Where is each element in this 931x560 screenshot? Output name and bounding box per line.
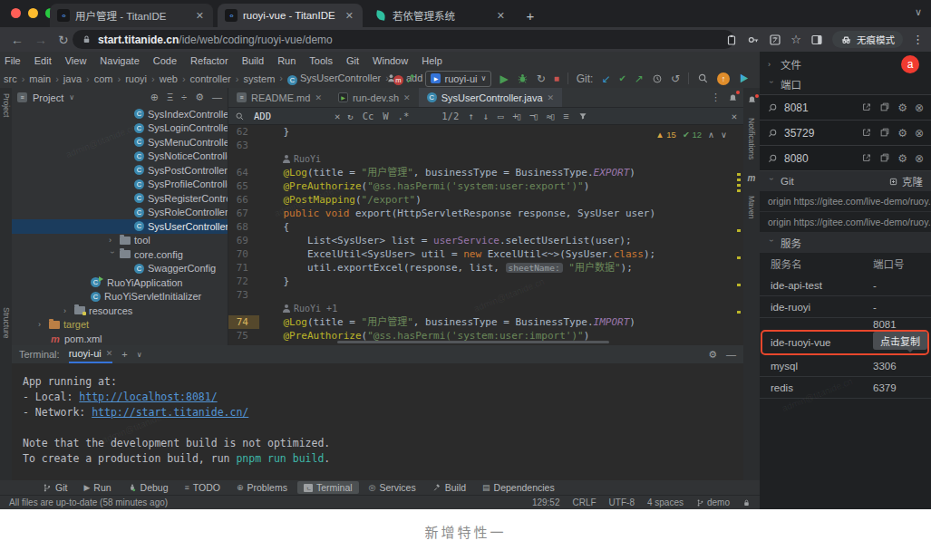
close-find-bar-icon[interactable] — [732, 111, 737, 121]
side-panel-icon[interactable] — [810, 34, 823, 46]
tree-item[interactable]: SysNoticeController — [12, 150, 228, 164]
tree-item[interactable]: tool — [12, 234, 228, 248]
menu-build[interactable]: Build — [242, 55, 264, 66]
locate-file-icon[interactable]: ⊕ — [150, 92, 159, 103]
clone-button[interactable]: 克隆 — [888, 174, 923, 188]
crumb-ruoyi[interactable]: ruoyi — [113, 73, 148, 84]
toolwindow-todo[interactable]: ≡TODO — [179, 481, 227, 494]
password-key-icon[interactable] — [747, 34, 760, 46]
git-update-icon[interactable]: ↙ — [601, 72, 610, 85]
search-history-icon[interactable] — [347, 111, 353, 121]
port-settings-gear-icon[interactable]: ⚙ — [897, 152, 907, 165]
menu-git[interactable]: Git — [346, 55, 359, 66]
crumb-main[interactable]: main — [17, 73, 52, 84]
git-branch-widget[interactable]: demo — [696, 497, 730, 507]
menu-tools[interactable]: Tools — [309, 55, 333, 66]
port-row[interactable]: 8080 ⚙ ⊗ — [760, 146, 931, 171]
chevron-right-icon[interactable] — [63, 306, 71, 315]
open-in-browser-icon[interactable] — [861, 152, 872, 163]
ports-section-header[interactable]: 端口 — [760, 74, 931, 94]
inspections-widget[interactable]: ▲ 15 ✔ 12 ∧ ∨ — [655, 130, 727, 140]
horizontal-scrollbar[interactable] — [337, 341, 609, 343]
tree-item[interactable]: SysRegisterController — [12, 191, 228, 206]
run-config-selector[interactable]: ruoyi-ui ∨ — [425, 71, 491, 87]
regex-toggle[interactable]: .* — [398, 111, 410, 121]
clipboard-icon[interactable] — [725, 34, 738, 46]
tab-search-chevron-icon[interactable] — [915, 6, 922, 18]
browser-tab-2[interactable]: ruoyi-vue - TitanIDE — [218, 4, 363, 27]
expand-all-icon[interactable]: Ξ — [167, 92, 173, 103]
git-commit-icon[interactable]: ✔ — [618, 73, 626, 83]
service-row[interactable]: redis 6379 — [760, 377, 931, 399]
tab-close-icon[interactable] — [344, 10, 355, 22]
new-tab-button[interactable]: + — [520, 5, 540, 25]
tree-item[interactable]: SysMenuController — [12, 135, 228, 150]
port-settings-gear-icon[interactable]: ⚙ — [897, 127, 907, 140]
minimize-window-button[interactable] — [28, 8, 38, 18]
menu-view[interactable]: View — [65, 55, 87, 66]
bookmark-star-icon[interactable]: ☆ — [790, 33, 801, 46]
crumb-web[interactable]: web — [147, 73, 178, 84]
menu-window[interactable]: Window — [373, 55, 408, 66]
open-in-browser-icon[interactable] — [861, 101, 872, 112]
close-port-icon[interactable]: ⊗ — [915, 152, 924, 165]
indent-setting[interactable]: 4 spaces — [647, 497, 684, 507]
editor-tab-rundev[interactable]: run-dev.sh — [330, 88, 419, 107]
reload-icon[interactable]: ↻ — [58, 33, 69, 47]
close-port-icon[interactable]: ⊗ — [915, 127, 924, 140]
toolwindow-run[interactable]: ▶Run — [77, 481, 117, 494]
menu-file[interactable]: File — [5, 55, 21, 66]
tree-item[interactable]: resources — [12, 304, 228, 318]
tool-stripe-structure[interactable]: Structure — [2, 307, 11, 339]
browser-tab-1[interactable]: 用户管理 - TitanIDE — [50, 4, 213, 27]
service-row[interactable]: 8081 — [760, 318, 931, 331]
select-all-occurrences-icon[interactable] — [547, 111, 555, 121]
new-terminal-icon[interactable]: + — [121, 349, 127, 360]
avatar-badge[interactable]: a — [901, 55, 919, 73]
tab-close-icon[interactable] — [194, 10, 206, 22]
copy-icon[interactable] — [879, 152, 890, 163]
forward-icon[interactable]: → — [34, 33, 47, 47]
toolwindow-git[interactable]: Git — [36, 481, 73, 494]
stop-icon[interactable]: ■ — [554, 73, 559, 83]
toolwindow-problems[interactable]: ⊕Problems — [230, 481, 294, 494]
file-encoding[interactable]: UTF-8 — [609, 497, 635, 507]
tab-close-icon[interactable] — [403, 93, 411, 102]
service-row[interactable]: ide-api-test - — [760, 275, 931, 296]
tree-item[interactable]: SysIndexController — [12, 107, 228, 121]
code-view[interactable]: 62 }63RuoYi64 @Log(title = "用户管理", busin… — [228, 125, 743, 343]
close-port-icon[interactable]: ⊗ — [915, 101, 924, 114]
terminal-tab-close-icon[interactable] — [106, 349, 113, 358]
crumb-java[interactable]: java — [51, 73, 82, 84]
tree-item[interactable]: SysProfileController — [12, 178, 228, 192]
tree-item[interactable]: SysPostController — [12, 163, 228, 178]
prev-problem-icon[interactable]: ∧ — [708, 130, 714, 140]
terminal-tab[interactable]: ruoyi-ui — [69, 345, 113, 363]
filter-funnel-icon[interactable] — [578, 111, 587, 121]
clear-search-icon[interactable] — [335, 111, 340, 121]
terminal-dropdown-chevron-icon[interactable]: ∨ — [137, 351, 142, 359]
tab-close-icon[interactable] — [548, 93, 555, 102]
services-section-header[interactable]: 服务 — [760, 233, 931, 253]
tab-close-icon[interactable] — [495, 10, 507, 22]
tree-item[interactable]: SwaggerConfig — [12, 262, 228, 276]
git-section-header[interactable]: Git 克隆 — [760, 171, 931, 191]
history-clock-icon[interactable] — [652, 73, 663, 84]
service-row-highlighted[interactable]: ide-ruoyi-vue 点击复制 — [760, 332, 931, 352]
local-url-link[interactable]: http://localhost:8081/ — [79, 391, 217, 403]
menu-run[interactable]: Run — [277, 55, 296, 66]
tool-stripe-notifications[interactable]: Notifications — [747, 118, 756, 159]
crumb-controller[interactable]: controller — [178, 73, 231, 84]
lock-icon[interactable] — [742, 498, 751, 507]
service-row[interactable]: ide-ruoyi - — [760, 296, 931, 318]
crumb-src[interactable]: src — [4, 73, 17, 84]
search-options-icon[interactable] — [563, 111, 568, 121]
back-icon[interactable]: ← — [11, 33, 24, 47]
debug-icon[interactable] — [517, 72, 529, 84]
copy-icon[interactable] — [879, 127, 890, 138]
rollback-icon[interactable]: ↺ — [671, 72, 680, 85]
hide-panel-icon[interactable]: — — [212, 92, 222, 103]
add-occurrence-icon[interactable] — [512, 111, 520, 121]
menu-code[interactable]: Code — [153, 55, 177, 66]
editor-tab-readme[interactable]: README.md — [228, 88, 330, 107]
